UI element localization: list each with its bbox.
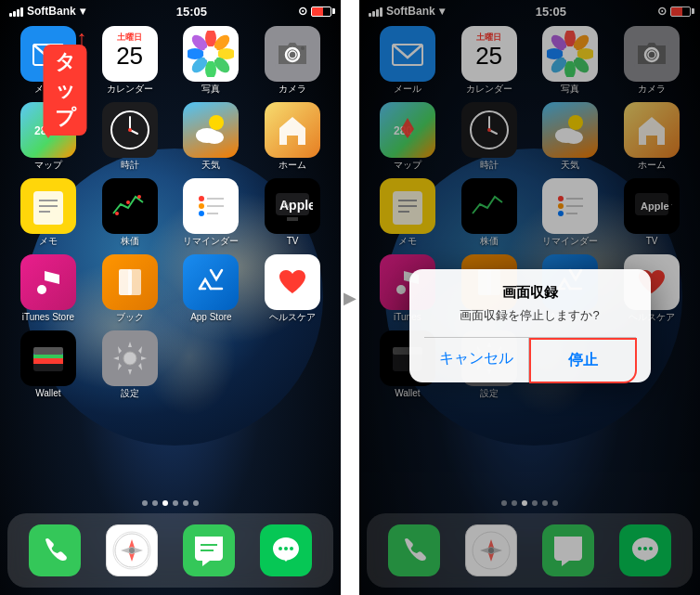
app-clock-1[interactable]: 時計 [91, 102, 169, 171]
location-icon-1: ⊙ [298, 5, 307, 18]
svg-rect-45 [128, 269, 141, 295]
app-settings-1[interactable]: 設定 [91, 330, 169, 399]
dialog-cancel-button[interactable]: キャンセル [424, 338, 529, 382]
dot-1-1 [152, 500, 158, 506]
svg-rect-42 [287, 217, 298, 221]
line-dock-icon-1 [260, 524, 312, 576]
dot-1-3 [173, 500, 178, 506]
svg-point-33 [199, 196, 204, 201]
svg-point-22 [209, 115, 224, 130]
settings-label-1: 設定 [121, 388, 139, 399]
books-icon-1 [102, 254, 158, 310]
phone-2: SoftBank ▾ 15:05 ⊙ メール 土曜日 25 カレンダー [359, 0, 700, 595]
dialog-stop-button[interactable]: 停止 [529, 338, 637, 383]
signal-bars-1 [9, 6, 23, 17]
svg-point-11 [203, 46, 218, 61]
notes-label-1: メモ [39, 236, 58, 247]
phone-dock-icon-1 [29, 524, 81, 576]
tv-icon-1: Apple tv [265, 178, 320, 234]
dialog-message: 画面収録を停止しますか? [424, 307, 636, 324]
wallet-label-1: Wallet [35, 388, 60, 399]
status-bar-1: SoftBank ▾ 15:05 ⊙ [0, 0, 341, 22]
health-icon-1 [265, 254, 320, 310]
appstore-icon-1 [183, 254, 239, 310]
svg-point-60 [284, 547, 288, 550]
clock-label-1: 時計 [121, 160, 139, 171]
weather-icon-1 [183, 102, 239, 158]
arrow-icon: ▶ [344, 288, 356, 308]
svg-point-15 [301, 46, 305, 50]
messages-dock-icon-1 [183, 524, 235, 576]
dock-line-1[interactable] [260, 524, 312, 576]
svg-rect-50 [33, 347, 63, 355]
app-home-1[interactable]: ホーム [253, 102, 331, 171]
app-weather-1[interactable]: 天気 [173, 102, 251, 171]
svg-point-24 [205, 131, 224, 144]
photos-icon-1 [183, 26, 239, 82]
app-camera-1[interactable]: カメラ [253, 26, 331, 95]
cal-day-1: 25 [116, 44, 143, 68]
dock-phone-1[interactable] [29, 524, 81, 576]
itunes-label-1: iTunes Store [22, 312, 74, 323]
svg-point-30 [115, 212, 119, 215]
app-stocks-1[interactable]: 株価 [91, 178, 169, 247]
itunes-icon-1 [20, 254, 76, 310]
time-1: 15:05 [176, 5, 207, 19]
dot-1-2 [162, 500, 168, 506]
dialog-box: 画面収録 画面収録を停止しますか? キャンセル 停止 [409, 269, 651, 382]
books-label-1: ブック [116, 312, 144, 323]
dock-1 [7, 513, 333, 588]
reminders-label-1: リマインダー [183, 236, 239, 247]
safari-dock-icon-1 [106, 524, 158, 576]
app-itunes-1[interactable]: iTunes Store [9, 254, 87, 323]
dialog-buttons: キャンセル 停止 [424, 337, 636, 382]
dot-1-4 [183, 500, 188, 506]
home-label-1: ホーム [279, 160, 306, 171]
phone-1: SoftBank ▾ 15:05 ⊙ メール 土曜日 25 カレンダー [0, 0, 341, 595]
status-right-1: ⊙ [298, 5, 331, 18]
wifi-1: ▾ [80, 5, 85, 18]
svg-text:tv: tv [283, 200, 291, 210]
svg-point-59 [279, 547, 282, 550]
app-reminders-1[interactable]: リマインダー [173, 178, 251, 247]
dot-1-5 [193, 500, 199, 506]
svg-rect-49 [33, 358, 63, 364]
svg-point-56 [129, 548, 135, 553]
stocks-icon-1 [102, 178, 158, 234]
health-label-1: ヘルスケア [269, 312, 316, 323]
status-left-1: SoftBank ▾ [9, 5, 85, 18]
dock-safari-1[interactable] [106, 524, 158, 576]
svg-marker-25 [279, 117, 305, 145]
page-dots-1 [0, 500, 341, 506]
calendar-icon-1: 土曜日 25 [102, 26, 158, 82]
svg-point-35 [199, 211, 204, 216]
clock-icon-1 [102, 102, 158, 158]
svg-rect-26 [33, 191, 63, 225]
svg-point-61 [290, 547, 293, 550]
settings-icon-1 [102, 330, 158, 386]
app-books-1[interactable]: ブック [91, 254, 169, 323]
camera-label-1: カメラ [279, 84, 306, 95]
appstore-label-1: App Store [190, 312, 231, 323]
reminders-icon-1 [183, 178, 239, 234]
app-wallet-1[interactable]: Wallet [9, 330, 87, 399]
maps-label-1: マップ [34, 160, 62, 171]
notes-icon-1 [20, 178, 76, 234]
svg-point-43 [37, 285, 46, 294]
dialog-overlay: 画面収録 画面収録を停止しますか? キャンセル 停止 [359, 0, 700, 595]
app-notes-1[interactable]: メモ [9, 178, 87, 247]
carrier-1: SoftBank [27, 5, 76, 18]
dock-messages-1[interactable] [183, 524, 235, 576]
app-tv-1[interactable]: Apple tv TV [253, 178, 331, 247]
app-calendar-1[interactable]: 土曜日 25 カレンダー [91, 26, 169, 95]
stocks-label-1: 株価 [121, 236, 139, 247]
home-icon-1 [265, 102, 320, 158]
svg-point-31 [126, 200, 130, 204]
weather-label-1: 天気 [201, 160, 220, 171]
dot-1-0 [142, 500, 148, 506]
app-health-1[interactable]: ヘルスケア [253, 254, 331, 323]
wallet-icon-1 [20, 330, 76, 386]
app-appstore-1[interactable]: App Store [173, 254, 251, 323]
arrow-between: ▶ [341, 0, 359, 595]
app-photos-1[interactable]: 写真 [173, 26, 251, 95]
